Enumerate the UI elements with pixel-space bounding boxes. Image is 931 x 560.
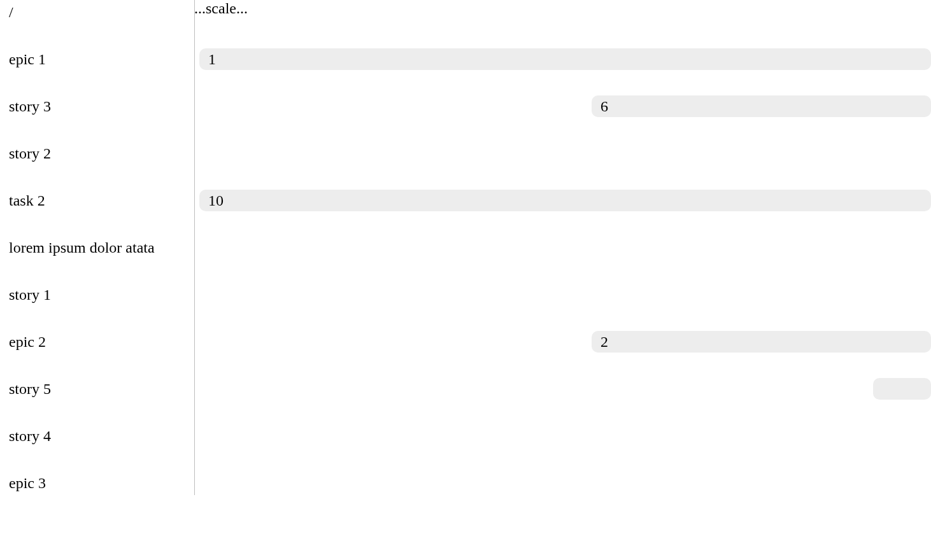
gantt-bar-value: 10 xyxy=(208,192,224,209)
gantt-row: task 210 xyxy=(0,188,931,213)
row-label[interactable]: lorem ipsum dolor atata xyxy=(0,239,194,256)
scale-placeholder: ...scale... xyxy=(194,0,248,17)
gantt-bar[interactable]: 10 xyxy=(199,190,931,211)
header-left-label: / xyxy=(0,4,194,21)
gantt-container: / ...scale... epic 11story 36story 2task… xyxy=(0,0,931,495)
row-label[interactable]: story 1 xyxy=(0,286,194,304)
gantt-row: epic 22 xyxy=(0,330,931,354)
row-timeline: 10 xyxy=(194,188,931,213)
gantt-row: epic 11 xyxy=(0,47,931,71)
row-timeline xyxy=(194,424,931,448)
rows-container: epic 11story 36story 2task 210lorem ipsu… xyxy=(0,47,931,495)
row-timeline xyxy=(194,283,931,307)
row-timeline: 2 xyxy=(194,330,931,354)
row-label[interactable]: story 3 xyxy=(0,98,194,115)
gantt-bar[interactable]: 1 xyxy=(199,48,931,70)
row-label[interactable]: story 2 xyxy=(0,145,194,162)
row-label[interactable]: epic 3 xyxy=(0,475,194,492)
gantt-bar[interactable]: 2 xyxy=(592,331,931,353)
header-timeline: ...scale... xyxy=(194,0,931,24)
gantt-bar-value: 2 xyxy=(601,333,608,351)
gantt-row: story 5 xyxy=(0,377,931,401)
row-label[interactable]: epic 1 xyxy=(0,51,194,68)
gantt-row: story 1 xyxy=(0,283,931,307)
row-label[interactable]: epic 2 xyxy=(0,333,194,351)
gantt-row: story 36 xyxy=(0,94,931,118)
row-timeline: 6 xyxy=(194,94,931,118)
row-timeline xyxy=(194,141,931,165)
gantt-row: story 4 xyxy=(0,424,931,448)
gantt-bar[interactable]: 6 xyxy=(592,95,931,117)
gantt-bar-value: 6 xyxy=(601,98,608,115)
row-label[interactable]: story 4 xyxy=(0,428,194,445)
row-timeline: 1 xyxy=(194,47,931,71)
row-label[interactable]: task 2 xyxy=(0,192,194,209)
gantt-row: epic 3 xyxy=(0,471,931,495)
row-timeline xyxy=(194,377,931,401)
row-label[interactable]: story 5 xyxy=(0,381,194,398)
row-timeline xyxy=(194,471,931,495)
gantt-bar-value: 1 xyxy=(208,51,216,68)
header-row: / ...scale... xyxy=(0,0,931,24)
gantt-row: story 2 xyxy=(0,141,931,165)
gantt-bar[interactable] xyxy=(873,378,931,400)
row-timeline xyxy=(194,235,931,260)
gantt-row: lorem ipsum dolor atata xyxy=(0,235,931,260)
